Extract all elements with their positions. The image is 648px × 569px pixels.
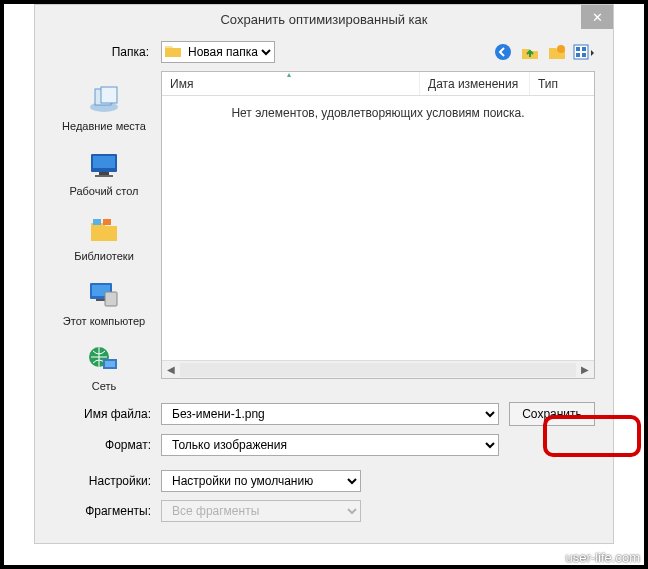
- back-button[interactable]: [492, 41, 514, 63]
- bottom-form: Имя файла: Без-имени-1.png Сохранить Фор…: [35, 392, 613, 522]
- fragments-select[interactable]: Все фрагменты: [161, 500, 361, 522]
- svg-rect-6: [582, 53, 586, 57]
- filename-input[interactable]: Без-имени-1.png: [161, 403, 499, 425]
- recent-icon: [86, 83, 122, 117]
- settings-label: Настройки:: [53, 474, 161, 488]
- scroll-right[interactable]: ▶: [576, 364, 594, 375]
- settings-select[interactable]: Настройки по умолчанию: [161, 470, 361, 492]
- save-button[interactable]: Сохранить: [509, 402, 595, 426]
- svg-rect-13: [95, 175, 113, 177]
- format-label: Формат:: [53, 438, 161, 452]
- scroll-track[interactable]: [180, 363, 576, 377]
- sidebar-network[interactable]: Сеть: [86, 343, 122, 392]
- file-list: Имя Дата изменения Тип Нет элементов, уд…: [161, 71, 595, 379]
- folder-icon: [165, 44, 181, 58]
- close-button[interactable]: ✕: [581, 5, 613, 29]
- computer-icon: [86, 278, 122, 312]
- svg-rect-22: [105, 361, 115, 367]
- sidebar-libraries[interactable]: Библиотеки: [74, 213, 134, 262]
- save-dialog: Сохранить оптимизированный как ✕ Папка: …: [34, 4, 614, 544]
- sidebar-recent[interactable]: Недавние места: [62, 83, 146, 132]
- column-name[interactable]: Имя: [162, 72, 420, 95]
- places-sidebar: Недавние места Рабочий стол Библиотеки Э…: [53, 71, 155, 392]
- titlebar: Сохранить оптимизированный как ✕: [35, 5, 613, 33]
- up-button[interactable]: [519, 41, 541, 63]
- column-date[interactable]: Дата изменения: [420, 72, 530, 95]
- empty-message: Нет элементов, удовлетворяющих условиям …: [162, 96, 594, 360]
- horizontal-scrollbar[interactable]: ◀ ▶: [162, 360, 594, 378]
- libraries-icon: [86, 213, 122, 247]
- svg-rect-11: [93, 156, 115, 168]
- network-icon: [86, 343, 122, 377]
- fragments-label: Фрагменты:: [53, 504, 161, 518]
- svg-point-1: [557, 45, 565, 53]
- new-folder-button[interactable]: [546, 41, 568, 63]
- sidebar-computer[interactable]: Этот компьютер: [63, 278, 145, 327]
- svg-rect-12: [99, 172, 109, 175]
- dialog-title: Сохранить оптимизированный как: [220, 12, 427, 27]
- sidebar-desktop[interactable]: Рабочий стол: [69, 148, 138, 197]
- view-menu-button[interactable]: [573, 41, 595, 63]
- svg-point-0: [495, 44, 511, 60]
- column-type[interactable]: Тип: [530, 72, 594, 95]
- watermark: user-life.com: [566, 550, 640, 565]
- svg-rect-4: [582, 47, 586, 51]
- svg-rect-19: [105, 292, 117, 306]
- svg-rect-3: [576, 47, 580, 51]
- desktop-icon: [86, 148, 122, 182]
- folder-row: Папка: Новая папка: [35, 33, 613, 71]
- filename-label: Имя файла:: [53, 407, 161, 421]
- list-header: Имя Дата изменения Тип: [162, 72, 594, 96]
- svg-rect-5: [576, 53, 580, 57]
- svg-rect-15: [103, 219, 111, 225]
- folder-label: Папка:: [53, 45, 155, 59]
- svg-rect-14: [93, 219, 101, 225]
- svg-rect-9: [101, 87, 117, 103]
- scroll-left[interactable]: ◀: [162, 364, 180, 375]
- format-select[interactable]: Только изображения: [161, 434, 499, 456]
